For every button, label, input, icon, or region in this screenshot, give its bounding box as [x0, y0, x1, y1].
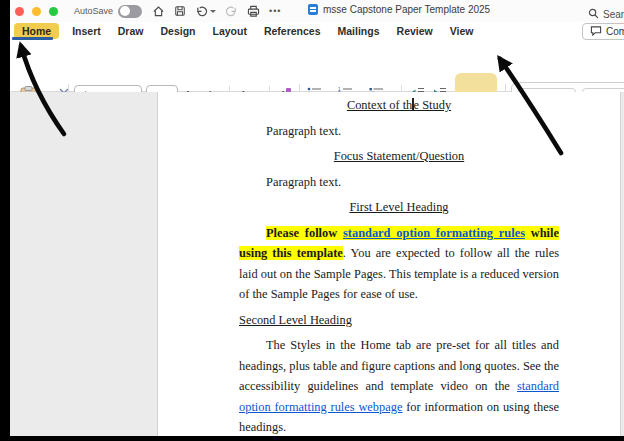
zoom-button[interactable]	[49, 7, 58, 16]
traffic-lights	[15, 7, 58, 16]
minimize-button[interactable]	[32, 7, 41, 16]
paragraph-text-2: Paragraph text.	[239, 172, 559, 193]
redo-icon	[225, 5, 238, 17]
tab-view[interactable]: View	[450, 25, 474, 37]
save-icon[interactable]	[174, 5, 186, 17]
paragraph-styles-info: The Styles in the Home tab are pre-set f…	[239, 335, 559, 436]
tab-insert[interactable]: Insert	[72, 25, 101, 37]
heading-first-level: First Level Heading	[239, 197, 559, 218]
comment-bubble-icon	[590, 25, 602, 38]
comments-label: Comme	[606, 26, 624, 37]
formatting-rules-link[interactable]: standard option formatting rules	[343, 226, 525, 240]
tab-review[interactable]: Review	[397, 25, 433, 37]
tab-mailings[interactable]: Mailings	[338, 25, 380, 37]
document-area: Context of the Study Paragraph text. Foc…	[10, 92, 624, 436]
tab-draw[interactable]: Draw	[118, 25, 144, 37]
ribbon-tabs: Home Insert Draw Design Layout Reference…	[10, 22, 624, 40]
home-icon[interactable]	[152, 5, 165, 18]
tab-layout[interactable]: Layout	[212, 25, 246, 37]
ribbon: Paste Times New... 12 A	[10, 40, 624, 92]
more-commands-icon[interactable]: •••	[269, 6, 281, 16]
paragraph-template-rules: Please follow standard option formatting…	[239, 223, 559, 305]
print-icon[interactable]	[247, 5, 260, 17]
title-bar: AutoSave ••• msse Capstone Paper Temp	[10, 0, 624, 22]
paragraph-text-1: Paragraph text.	[239, 121, 559, 142]
undo-dropdown-chevron[interactable]	[210, 10, 216, 13]
autosave-label: AutoSave	[74, 6, 113, 16]
tab-design[interactable]: Design	[160, 25, 195, 37]
search-control[interactable]: Search	[588, 5, 624, 23]
heading-second-level: Second Level Heading	[239, 310, 559, 331]
comments-button[interactable]: Comme	[582, 23, 624, 40]
search-icon	[588, 5, 599, 23]
undo-icon[interactable]	[195, 5, 216, 17]
word-window: AutoSave ••• msse Capstone Paper Temp	[10, 0, 624, 436]
document-page[interactable]: Context of the Study Paragraph text. Foc…	[157, 92, 621, 436]
document-content: Context of the Study Paragraph text. Foc…	[158, 92, 620, 436]
autosave-toggle[interactable]	[118, 5, 142, 18]
close-button[interactable]	[15, 7, 24, 16]
word-document-icon	[308, 4, 318, 15]
heading-focus-statement: Focus Statement/Question	[239, 146, 559, 167]
search-label: Search	[603, 9, 624, 20]
heading-context-of-study: Context of the Study	[239, 95, 559, 116]
tab-references[interactable]: References	[264, 25, 321, 37]
document-title: msse Capstone Paper Template 2025	[323, 4, 490, 15]
